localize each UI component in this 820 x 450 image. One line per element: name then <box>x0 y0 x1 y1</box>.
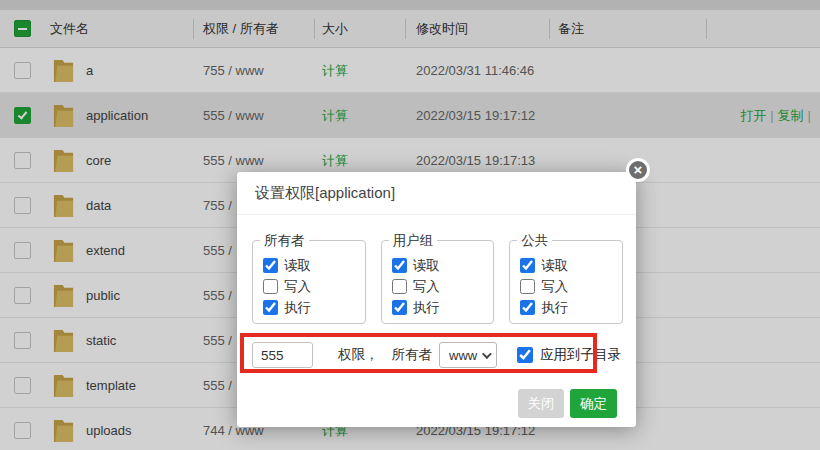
perm-option-checkbox[interactable] <box>520 300 535 315</box>
apply-to-subdir-option[interactable]: 应用到子目录 <box>517 346 621 364</box>
permission-group: 用户组 读取写入执行 <box>381 240 495 324</box>
permission-group: 公共 读取写入执行 <box>509 240 623 324</box>
perm-option[interactable]: 执行 <box>263 297 365 318</box>
perm-option-checkbox[interactable] <box>392 300 407 315</box>
permission-value-input[interactable] <box>252 342 313 368</box>
perm-option-checkbox[interactable] <box>392 258 407 273</box>
perm-option[interactable]: 写入 <box>392 276 494 297</box>
file-manager-screen: 文件名 权限 / 所有者 大小 修改时间 备注 a 755 / www 计算 2… <box>0 0 820 450</box>
perm-option-label: 写入 <box>284 278 311 296</box>
permission-groups: 所有者 读取写入执行 用户组 读取写入执行 公共 读取写入执行 <box>252 240 623 324</box>
perm-option-checkbox[interactable] <box>520 279 535 294</box>
group-label: 公共 <box>517 232 552 250</box>
perm-option-label: 执行 <box>284 299 311 317</box>
group-label: 用户组 <box>389 232 438 250</box>
perm-option-checkbox[interactable] <box>392 279 407 294</box>
perm-option[interactable]: 执行 <box>392 297 494 318</box>
title-divider <box>237 214 636 215</box>
owner-label: 所有者 <box>392 346 433 364</box>
confirm-button[interactable]: 确定 <box>570 389 617 418</box>
perm-option-label: 读取 <box>413 257 440 275</box>
owner-select-value: www <box>449 348 477 363</box>
dialog-title: 设置权限[application] <box>255 184 395 203</box>
close-button[interactable]: 关闭 <box>518 389 564 418</box>
perm-option-label: 读取 <box>541 257 568 275</box>
perm-option[interactable]: 读取 <box>392 255 494 276</box>
perm-option-checkbox[interactable] <box>263 258 278 273</box>
perm-option[interactable]: 读取 <box>263 255 365 276</box>
perm-option[interactable]: 写入 <box>263 276 365 297</box>
perm-option-label: 读取 <box>284 257 311 275</box>
perm-option[interactable]: 读取 <box>520 255 622 276</box>
permission-value-row: 权限， 所有者 www 应用到子目录 <box>252 341 623 369</box>
permission-group: 所有者 读取写入执行 <box>252 240 366 324</box>
chevron-down-icon <box>482 349 492 359</box>
perm-option-label: 写入 <box>413 278 440 296</box>
owner-select[interactable]: www <box>439 342 497 368</box>
apply-to-subdir-label: 应用到子目录 <box>540 346 621 364</box>
group-label: 所有者 <box>260 232 309 250</box>
perm-option-checkbox[interactable] <box>520 258 535 273</box>
perm-option-label: 执行 <box>413 299 440 317</box>
perm-option-checkbox[interactable] <box>263 279 278 294</box>
apply-to-subdir-checkbox[interactable] <box>517 347 533 363</box>
perm-option[interactable]: 写入 <box>520 276 622 297</box>
set-permission-dialog: × 设置权限[application] 所有者 读取写入执行 用户组 读取写入执… <box>237 172 636 427</box>
perm-option-label: 写入 <box>541 278 568 296</box>
perm-option-label: 执行 <box>541 299 568 317</box>
perm-option[interactable]: 执行 <box>520 297 622 318</box>
close-icon[interactable]: × <box>626 158 650 182</box>
permission-label: 权限， <box>338 346 379 364</box>
perm-option-checkbox[interactable] <box>263 300 278 315</box>
